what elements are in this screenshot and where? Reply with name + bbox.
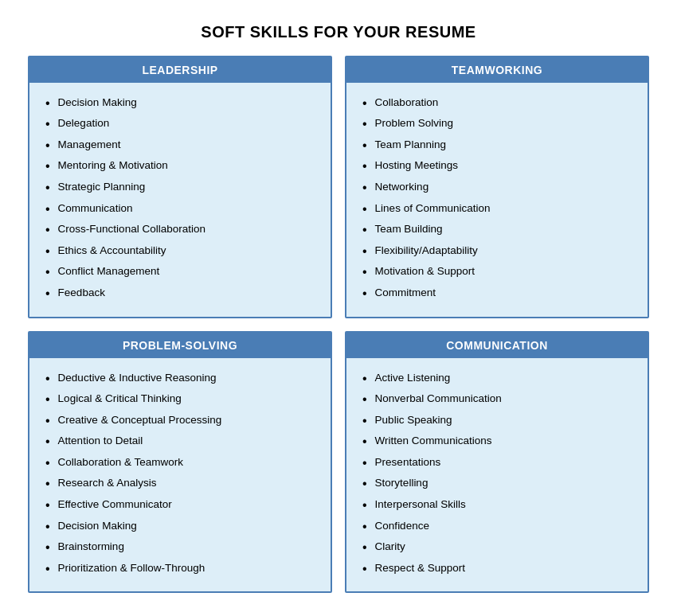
body-leadership: Decision MakingDelegationManagementMento… — [29, 83, 331, 317]
skill-item-problem-solving-8: Brainstorming — [45, 538, 318, 558]
skill-item-teamworking-5: Lines of Communication — [362, 200, 635, 220]
skill-item-communication-7: Confidence — [362, 517, 635, 537]
skill-item-communication-4: Presentations — [362, 454, 635, 474]
header-problem-solving: PROBLEM-SOLVING — [29, 333, 331, 358]
skill-item-communication-3: Written Communications — [362, 432, 635, 452]
page-wrapper: SOFT SKILLS FOR YOUR RESUME LEADERSHIPDe… — [12, 7, 665, 610]
skill-item-leadership-6: Cross-Functional Collaboration — [45, 220, 318, 240]
skill-item-leadership-7: Ethics & Accountability — [45, 242, 318, 262]
header-leadership: LEADERSHIP — [29, 57, 331, 83]
skill-item-leadership-5: Communication — [45, 200, 318, 220]
skill-item-problem-solving-5: Research & Analysis — [45, 474, 318, 494]
skill-item-problem-solving-4: Collaboration & Teamwork — [45, 454, 318, 474]
card-communication: COMMUNICATIONActive ListeningNonverbal C… — [345, 331, 649, 594]
skill-item-communication-9: Respect & Support — [362, 559, 635, 579]
skill-item-teamworking-3: Hosting Meetings — [362, 157, 635, 177]
skill-item-leadership-0: Decision Making — [45, 94, 318, 114]
skill-item-communication-1: Nonverbal Communication — [362, 390, 635, 410]
skill-item-problem-solving-3: Attention to Detail — [45, 432, 318, 452]
skill-list-problem-solving: Deductive & Inductive ReasoningLogical &… — [45, 369, 318, 579]
skill-item-teamworking-6: Team Building — [362, 220, 635, 240]
skill-item-teamworking-1: Problem Solving — [362, 115, 635, 135]
skill-list-communication: Active ListeningNonverbal CommunicationP… — [362, 369, 635, 579]
skill-item-communication-0: Active Listening — [362, 369, 635, 389]
card-problem-solving: PROBLEM-SOLVINGDeductive & Inductive Rea… — [28, 331, 332, 594]
skill-item-teamworking-4: Networking — [362, 178, 635, 198]
skill-item-leadership-1: Delegation — [45, 115, 318, 135]
header-communication: COMMUNICATION — [346, 333, 648, 358]
skill-item-problem-solving-1: Logical & Critical Thinking — [45, 390, 318, 410]
body-communication: Active ListeningNonverbal CommunicationP… — [346, 358, 648, 592]
skill-item-problem-solving-7: Decision Making — [45, 517, 318, 537]
page-title: SOFT SKILLS FOR YOUR RESUME — [28, 23, 649, 41]
skill-item-communication-8: Clarity — [362, 538, 635, 558]
skill-item-teamworking-2: Team Planning — [362, 136, 635, 156]
skill-item-leadership-3: Mentoring & Motivation — [45, 157, 318, 177]
body-teamworking: CollaborationProblem SolvingTeam Plannin… — [346, 83, 648, 317]
card-teamworking: TEAMWORKINGCollaborationProblem SolvingT… — [345, 56, 649, 318]
skill-item-leadership-4: Strategic Planning — [45, 178, 318, 198]
skill-item-leadership-8: Conflict Management — [45, 263, 318, 283]
skills-grid: LEADERSHIPDecision MakingDelegationManag… — [28, 56, 649, 594]
skill-item-problem-solving-6: Effective Communicator — [45, 496, 318, 516]
skill-item-problem-solving-9: Prioritization & Follow-Through — [45, 559, 318, 579]
skill-item-teamworking-9: Commitment — [362, 284, 635, 304]
skill-item-problem-solving-0: Deductive & Inductive Reasoning — [45, 369, 318, 389]
skill-item-communication-5: Storytelling — [362, 474, 635, 494]
skill-list-teamworking: CollaborationProblem SolvingTeam Plannin… — [362, 94, 635, 304]
skill-item-leadership-2: Management — [45, 136, 318, 156]
skill-item-leadership-9: Feedback — [45, 284, 318, 304]
skill-item-teamworking-8: Motivation & Support — [362, 263, 635, 283]
skill-item-teamworking-7: Flexibility/Adaptability — [362, 242, 635, 262]
skill-item-communication-6: Interpersonal Skills — [362, 496, 635, 516]
skill-list-leadership: Decision MakingDelegationManagementMento… — [45, 94, 318, 304]
card-leadership: LEADERSHIPDecision MakingDelegationManag… — [28, 56, 332, 318]
header-teamworking: TEAMWORKING — [346, 57, 648, 83]
body-problem-solving: Deductive & Inductive ReasoningLogical &… — [29, 358, 331, 592]
skill-item-problem-solving-2: Creative & Conceptual Processing — [45, 411, 318, 431]
skill-item-teamworking-0: Collaboration — [362, 94, 635, 114]
skill-item-communication-2: Public Speaking — [362, 411, 635, 431]
